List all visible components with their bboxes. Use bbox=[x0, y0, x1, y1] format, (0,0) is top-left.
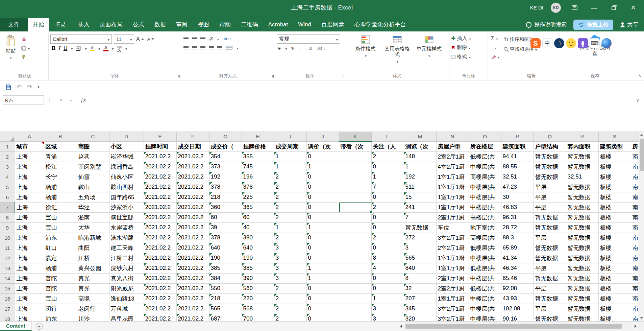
cell-I12[interactable]: 3 bbox=[274, 253, 306, 263]
cell-O4[interactable]: 高楼层(共 bbox=[469, 172, 501, 182]
cell-H5[interactable]: 378 bbox=[242, 182, 274, 192]
ribbon-tab-二维码[interactable]: 二维码 bbox=[236, 18, 263, 31]
comma-style-button[interactable]: , bbox=[299, 46, 301, 51]
cell-J2[interactable]: 0 bbox=[306, 151, 339, 162]
cell-N18[interactable]: 3室2厅1厨 bbox=[436, 314, 469, 321]
restore-button[interactable] bbox=[608, 2, 620, 13]
cell-R6[interactable]: 暂无数据 bbox=[566, 192, 598, 202]
ribbon-tab--E灵-[interactable]: -E灵- bbox=[49, 18, 73, 31]
cell-E6[interactable]: 2021.02.2 bbox=[144, 192, 176, 202]
scroll-left-icon[interactable] bbox=[398, 322, 404, 331]
cell-H6[interactable]: 225 bbox=[242, 192, 274, 202]
cell-G12[interactable]: 190 bbox=[209, 253, 242, 263]
cell-K12[interactable] bbox=[339, 253, 371, 263]
row-header-11[interactable]: 11 bbox=[0, 243, 15, 253]
column-header-S[interactable]: S bbox=[598, 132, 631, 141]
undo-button[interactable]: ↶ bbox=[17, 83, 22, 91]
cell-M3[interactable]: 1 bbox=[404, 162, 436, 172]
cell-B17[interactable]: 闵行 bbox=[44, 304, 77, 314]
cell-A3[interactable]: 上海 bbox=[15, 162, 44, 172]
cell-B16[interactable]: 宝山 bbox=[44, 293, 77, 304]
column-header-B[interactable]: B bbox=[44, 132, 77, 141]
minimize-button[interactable]: — bbox=[588, 2, 600, 13]
row-header-16[interactable]: 16 bbox=[0, 293, 15, 304]
cell-O9[interactable]: 地下室(共 bbox=[469, 222, 501, 233]
cell-I13[interactable]: 3 bbox=[274, 263, 306, 273]
redo-button[interactable]: ↷ bbox=[27, 83, 32, 91]
cell-F16[interactable]: 2021.02.2 bbox=[176, 293, 209, 304]
cell-L18[interactable]: 3 bbox=[371, 314, 404, 321]
cell-Q10[interactable]: 平层 bbox=[534, 233, 566, 243]
cell-D5[interactable]: 鞍山四村 bbox=[109, 182, 144, 192]
horizontal-scrollbar-track[interactable] bbox=[404, 322, 633, 331]
cell-L5[interactable]: 7 bbox=[371, 182, 404, 192]
cell-T1[interactable]: 房 bbox=[631, 141, 639, 151]
cell-F5[interactable]: 2021.02.2 bbox=[176, 182, 209, 192]
column-header-Q[interactable]: Q bbox=[534, 132, 566, 141]
row-header-5[interactable]: 5 bbox=[0, 182, 15, 192]
cell-J12[interactable]: 0 bbox=[306, 253, 339, 263]
cell-D15[interactable]: 阳光威尼 bbox=[109, 283, 144, 293]
cell-G2[interactable]: 354 bbox=[209, 151, 242, 162]
column-header-N[interactable]: N bbox=[436, 132, 469, 141]
cell-F10[interactable]: 2021.02.2 bbox=[176, 233, 209, 243]
cell-C13[interactable]: 黄兴公园 bbox=[77, 263, 109, 273]
cell-S5[interactable]: 板楼 bbox=[598, 182, 631, 192]
cell-I2[interactable]: 1 bbox=[274, 151, 306, 162]
cell-J9[interactable]: 1 bbox=[306, 222, 339, 233]
cell-I1[interactable]: 成交周期 bbox=[274, 141, 306, 151]
cell-P3[interactable]: 88.55 bbox=[501, 162, 534, 172]
number-format-select[interactable]: 常规 bbox=[277, 34, 340, 44]
scroll-up-icon[interactable] bbox=[639, 132, 644, 138]
cell-S15[interactable]: 板楼 bbox=[598, 283, 631, 293]
cell-S14[interactable]: 板楼 bbox=[598, 273, 631, 283]
scroll-down-icon[interactable] bbox=[639, 315, 644, 321]
cell-S3[interactable]: 板楼 bbox=[598, 162, 631, 172]
cell-H16[interactable]: 220 bbox=[242, 293, 274, 304]
cell-C15[interactable]: 真光 bbox=[77, 283, 109, 293]
cell-S12[interactable]: 板楼 bbox=[598, 253, 631, 263]
wrap-text-button[interactable]: ab↩ bbox=[222, 34, 230, 43]
cell-N8[interactable]: 2室1厅1厨 bbox=[436, 212, 469, 222]
cell-Q2[interactable]: 暂无数据 bbox=[534, 151, 566, 162]
cell-B8[interactable]: 宝山 bbox=[44, 212, 77, 222]
close-button[interactable]: × bbox=[627, 2, 639, 13]
cell-J15[interactable]: 0 bbox=[306, 283, 339, 293]
formula-bar-splitter[interactable]: ⋮ bbox=[47, 97, 53, 103]
cell-M14[interactable]: 8 bbox=[404, 273, 436, 283]
cell-E16[interactable]: 2021.02.2 bbox=[144, 293, 176, 304]
ribbon-tab-插入[interactable]: 插入 bbox=[73, 18, 95, 31]
cell-L6[interactable]: 0 bbox=[371, 192, 404, 202]
qat-customize-button[interactable]: ▾ bbox=[38, 85, 40, 89]
cell-Q13[interactable]: 平层 bbox=[534, 263, 566, 273]
cell-E11[interactable]: 2021.02.2 bbox=[144, 243, 176, 253]
cell-M9[interactable]: 暂无数据 bbox=[404, 222, 436, 233]
cell-J7[interactable]: 0 bbox=[306, 202, 339, 212]
cell-E17[interactable]: 2021.02.2 bbox=[144, 304, 176, 314]
cell-M18[interactable]: 320 bbox=[404, 314, 436, 321]
cell-G6[interactable]: 218 bbox=[209, 192, 242, 202]
cell-P12[interactable]: 41.34 bbox=[501, 253, 534, 263]
cell-M17[interactable]: 345 bbox=[404, 304, 436, 314]
cell-F1[interactable]: 成交日期 bbox=[176, 141, 209, 151]
cell-R13[interactable]: 暂无数据 bbox=[566, 263, 598, 273]
cell-C4[interactable]: 仙霞 bbox=[77, 172, 109, 182]
cell-P1[interactable]: 建筑面积 bbox=[501, 141, 534, 151]
cell-G9[interactable]: 39 bbox=[209, 222, 242, 233]
paste-button[interactable]: 粘贴 bbox=[2, 33, 19, 62]
cell-T4[interactable]: 南 bbox=[631, 172, 639, 182]
cell-S7[interactable]: 板楼 bbox=[598, 202, 631, 212]
decrease-indent-button[interactable] bbox=[209, 46, 214, 50]
cell-Q5[interactable]: 平层 bbox=[534, 182, 566, 192]
column-header-O[interactable]: O bbox=[469, 132, 501, 141]
cell-T15[interactable]: 南 bbox=[631, 283, 639, 293]
cell-T6[interactable]: 南 bbox=[631, 192, 639, 202]
row-header-13[interactable]: 13 bbox=[0, 263, 15, 273]
formula-input[interactable] bbox=[89, 93, 631, 107]
cell-G15[interactable]: 550 bbox=[209, 283, 242, 293]
bold-button[interactable]: B bbox=[52, 45, 56, 51]
cell-R4[interactable]: 32.51 bbox=[566, 172, 598, 182]
cell-B15[interactable]: 普陀 bbox=[44, 283, 77, 293]
cell-A13[interactable]: 上海 bbox=[15, 263, 44, 273]
cell-H18[interactable]: 700 bbox=[242, 314, 274, 321]
